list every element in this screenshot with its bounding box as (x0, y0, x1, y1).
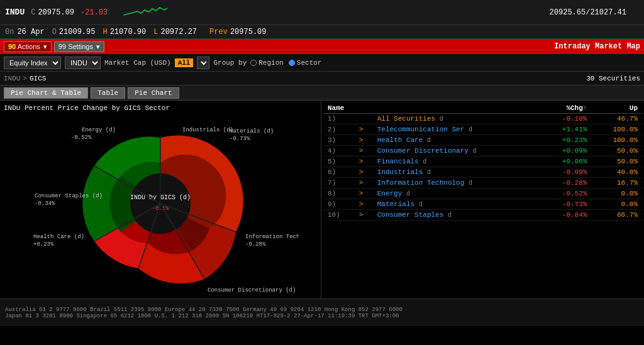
tab-pie-chart[interactable]: Pie Chart (128, 87, 179, 99)
table-body: 1) All Securities d -0.10% 46.7% 2) > Te… (324, 114, 641, 221)
bottom-line1: Australia 61 2 9777 8600 Brazil 5511 239… (5, 307, 639, 313)
row-up: 0.0% (591, 199, 641, 210)
table-row[interactable]: 6) > Industrials d -0.09% 40.0% (324, 167, 641, 178)
expand-icon[interactable] (355, 114, 374, 124)
expand-icon[interactable]: > (355, 156, 374, 167)
breadcrumb-sep: > (23, 75, 27, 82)
row-pct: -0.28% (540, 178, 591, 189)
row-name: Materials d (374, 199, 540, 210)
bottom-bar: Australia 61 2 9777 8600 Brazil 5511 239… (0, 298, 644, 326)
row-up: 16.7% (591, 178, 641, 189)
row-num: 6) (324, 167, 355, 178)
table-row[interactable]: 10) > Consumer Staples d -0.84% 66.7% (324, 210, 641, 221)
low-val: 20972.27 (160, 28, 197, 36)
c-label: C (31, 8, 35, 17)
row-pct: -0.73% (540, 199, 591, 210)
row-num: 7) (324, 178, 355, 189)
expand-icon[interactable]: > (355, 146, 374, 156)
market-cap-label: Market Cap (USD) (104, 59, 171, 67)
settings-count: 99 (58, 43, 66, 50)
on-label: 0n (5, 28, 14, 36)
row-num: 1) (324, 114, 355, 124)
row-num: 2) (324, 124, 355, 135)
second-row: 0n 26 Apr O 21009.95 H 21070.90 L 20972.… (0, 25, 644, 39)
row-num: 10) (324, 210, 355, 221)
close-value: 20975.09 (38, 8, 74, 17)
row-pct: +0.06% (540, 156, 591, 167)
table-area: Name %Chg↑ Up 1) All Securities d -0.10%… (321, 101, 644, 298)
row-num: 5) (324, 156, 355, 167)
group-by-radios: Region Sector (250, 59, 321, 67)
equity-select[interactable]: Equity Index (4, 57, 61, 69)
expand-icon[interactable]: > (355, 124, 374, 135)
prev-label: Prev (209, 28, 228, 36)
table-row[interactable]: 5) > Financials d +0.06% 50.0% (324, 156, 641, 167)
label-health-care-pct: +0.23% (33, 241, 54, 248)
row-name: Telecommunication Ser d (374, 124, 540, 135)
row-up: 100.0% (591, 124, 641, 135)
row-name: Consumer Discretionary d (374, 146, 540, 156)
securities-table: Name %Chg↑ Up 1) All Securities d -0.10%… (324, 103, 641, 221)
row-up: 46.7% (591, 114, 641, 124)
expand-icon[interactable]: > (355, 135, 374, 146)
expand-icon[interactable]: > (355, 210, 374, 221)
th-pctchg[interactable]: %Chg↑ (540, 103, 591, 114)
table-row[interactable]: 8) > Energy d -0.52% 0.0% (324, 189, 641, 199)
high-val: 21070.90 (110, 28, 147, 36)
table-row[interactable]: 4) > Consumer Discretionary d +0.09% 50.… (324, 146, 641, 156)
change-value: -21.03 (80, 8, 108, 17)
row-name: Health Care d (374, 135, 540, 146)
label-consumer-disc: Consumer Discretionary (d) (208, 287, 296, 293)
row-num: 9) (324, 199, 355, 210)
bottom-line2: Japan 81 3 3201 8900 Singapore 65 6212 1… (5, 313, 639, 319)
expand-icon[interactable]: > (355, 178, 374, 189)
expand-icon[interactable]: > (355, 189, 374, 199)
tab-table[interactable]: Table (91, 87, 125, 99)
label-health-care: Health Care (d) (33, 234, 84, 240)
actions-count: 90 (8, 43, 16, 50)
actions-button[interactable]: 90 Actions ▾ (4, 41, 52, 52)
expand-icon[interactable]: > (355, 167, 374, 178)
row-pct: +0.23% (540, 135, 591, 146)
row-up: 50.0% (591, 146, 641, 156)
table-row[interactable]: 1) All Securities d -0.10% 46.7% (324, 114, 641, 124)
open-val: 21009.95 (59, 28, 96, 36)
chart-area: INDU Percent Price Change by GICS Sector (0, 101, 321, 298)
expand-icon[interactable]: > (355, 199, 374, 210)
toolbar: 90 Actions ▾ 99 Settings ▾ Intraday Mark… (0, 39, 644, 54)
label-info-tech: Information Technology (d) (245, 234, 299, 240)
row-up: 50.0% (591, 156, 641, 167)
open-label: O (52, 28, 57, 36)
row-num: 3) (324, 135, 355, 146)
row-pct: -0.10% (540, 114, 591, 124)
prev-val: 20975.09 (230, 28, 267, 36)
sector-label: Sector (297, 59, 322, 67)
settings-button[interactable]: 99 Settings ▾ (54, 41, 104, 52)
breadcrumb-root: INDU (4, 75, 20, 82)
breadcrumb-current: GICS (30, 75, 46, 82)
table-row[interactable]: 2) > Telecommunication Ser d +1.41% 100.… (324, 124, 641, 135)
row-pct: +0.09% (540, 146, 591, 156)
low-label: L (153, 28, 158, 36)
ticker-bar: INDU C 20975.09 -21.03 20925.65/21027.41 (0, 0, 644, 25)
indu-select[interactable]: INDU (65, 57, 101, 69)
tab-pie-chart-table[interactable]: Pie Chart & Table (4, 87, 88, 99)
table-row[interactable]: 3) > Health Care d +0.23% 100.0% (324, 135, 641, 146)
table-row[interactable]: 9) > Materials d -0.73% 0.0% (324, 199, 641, 210)
th-up: Up (591, 103, 641, 114)
filter-bar: Equity Index INDU Market Cap (USD) All ▾… (0, 54, 644, 72)
label-info-tech-pct: -0.28% (245, 241, 266, 248)
radio-sector[interactable]: Sector (289, 59, 322, 67)
group-by-label: Group by (213, 59, 247, 67)
row-name: Energy d (374, 189, 540, 199)
main-content: INDU Percent Price Change by GICS Sector (0, 101, 644, 298)
table-row[interactable]: 7) > Information Technolog d -0.28% 16.7… (324, 178, 641, 189)
radio-region[interactable]: Region (250, 59, 284, 67)
ticker-symbol: INDU (5, 8, 25, 17)
all-select[interactable]: ▾ (197, 57, 209, 69)
row-num: 8) (324, 189, 355, 199)
radio-sector-dot (289, 60, 295, 66)
th-name: Name (324, 103, 540, 114)
pie-chart-svg: INDU by GICS (d) -0.1% Industrials (d) I… (22, 112, 299, 295)
label-materials: Materials (d) (230, 128, 274, 134)
